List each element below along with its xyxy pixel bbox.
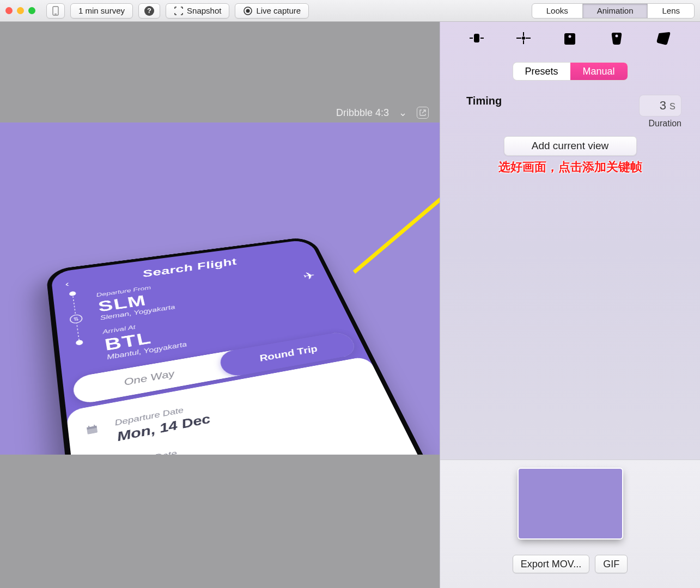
duration-unit: s	[669, 99, 675, 113]
survey-button[interactable]: 1 min survey	[70, 3, 133, 19]
arr-date-label: Arrival Date	[121, 440, 216, 455]
calendar-icon	[85, 422, 105, 439]
perspective-angled-icon[interactable]	[654, 30, 673, 46]
panel-tabs: Looks Animation Lens	[532, 3, 695, 19]
tab-looks[interactable]: Looks	[532, 4, 583, 18]
device-button[interactable]	[46, 3, 65, 19]
tab-manual[interactable]: Manual	[570, 63, 628, 80]
duration-value: 3	[660, 99, 666, 113]
align-vertical-icon[interactable]	[514, 30, 533, 46]
export-mov-button[interactable]: Export MOV...	[513, 555, 589, 573]
svg-point-18	[522, 36, 525, 40]
minimize-window-button[interactable]	[17, 7, 24, 14]
svg-point-24	[616, 35, 618, 38]
timing-label: Timing	[466, 95, 502, 107]
duration-box: 3 s Duration	[639, 95, 681, 128]
main-canvas-area: Dribbble 4:3 ⌄ ‹ Search Flight ⇅ ✈	[0, 22, 440, 588]
canvas-preset-bar: Dribbble 4:3 ⌄	[336, 107, 440, 119]
chevron-down-icon[interactable]: ⌄	[399, 107, 407, 119]
tab-presets[interactable]: Presets	[513, 63, 570, 80]
close-window-button[interactable]	[5, 7, 13, 14]
swap-icon: ⇅	[69, 314, 83, 324]
export-row: Export MOV... GIF	[513, 555, 628, 573]
record-icon	[243, 6, 253, 16]
keyframes-panel: Export MOV... GIF	[440, 460, 700, 588]
align-horizontal-icon[interactable]	[467, 30, 486, 46]
svg-point-3	[246, 9, 250, 13]
help-button[interactable]: ?	[138, 3, 160, 19]
help-icon: ?	[144, 6, 154, 16]
preview-canvas[interactable]: ‹ Search Flight ⇅ ✈ Departure From SLM S…	[0, 122, 440, 455]
route-dot-origin	[69, 291, 76, 297]
svg-point-23	[569, 35, 571, 38]
duration-caption: Duration	[639, 119, 681, 128]
alignment-row	[440, 22, 700, 54]
top-toolbar: 1 min survey ? Snapshot Live capture Loo…	[0, 0, 700, 22]
animation-sidebar: Presets Manual Timing 3 s Duration Add c…	[440, 22, 700, 588]
live-capture-button[interactable]: Live capture	[235, 3, 309, 19]
animation-mode-tabs: Presets Manual	[513, 62, 628, 81]
canvas-preset-label[interactable]: Dribbble 4:3	[336, 107, 389, 119]
external-link-icon[interactable]	[417, 107, 429, 119]
keyframe-thumbnail[interactable]	[519, 469, 622, 538]
perspective-front-icon[interactable]	[561, 30, 579, 46]
phone-mockup-wrapper: ‹ Search Flight ⇅ ✈ Departure From SLM S…	[0, 122, 440, 455]
tab-lens[interactable]: Lens	[648, 4, 694, 18]
snapshot-icon	[174, 6, 184, 16]
add-current-view-button[interactable]: Add current view	[504, 136, 637, 156]
maximize-window-button[interactable]	[28, 7, 35, 14]
perspective-back-icon[interactable]	[607, 30, 626, 46]
phone-screen: ‹ Search Flight ⇅ ✈ Departure From SLM S…	[51, 239, 440, 455]
svg-rect-1	[54, 14, 57, 15]
timing-row: Timing 3 s Duration	[440, 81, 700, 128]
annotation-text: 选好画面，点击添加关键帧	[440, 159, 700, 175]
svg-rect-15	[474, 34, 479, 42]
keyframe-area	[440, 175, 700, 460]
arr-date-value: Sun, 15 Dec	[123, 452, 221, 455]
tab-animation[interactable]: Animation	[583, 4, 648, 18]
snapshot-label: Snapshot	[187, 6, 221, 15]
duration-input[interactable]: 3 s	[639, 95, 681, 117]
export-gif-button[interactable]: GIF	[595, 555, 628, 573]
window-controls	[5, 7, 35, 14]
phone-mockup: ‹ Search Flight ⇅ ✈ Departure From SLM S…	[46, 236, 440, 455]
snapshot-button[interactable]: Snapshot	[166, 3, 229, 19]
live-capture-label: Live capture	[256, 6, 301, 15]
phone-icon	[52, 6, 59, 16]
route-dot-dest	[76, 340, 83, 346]
